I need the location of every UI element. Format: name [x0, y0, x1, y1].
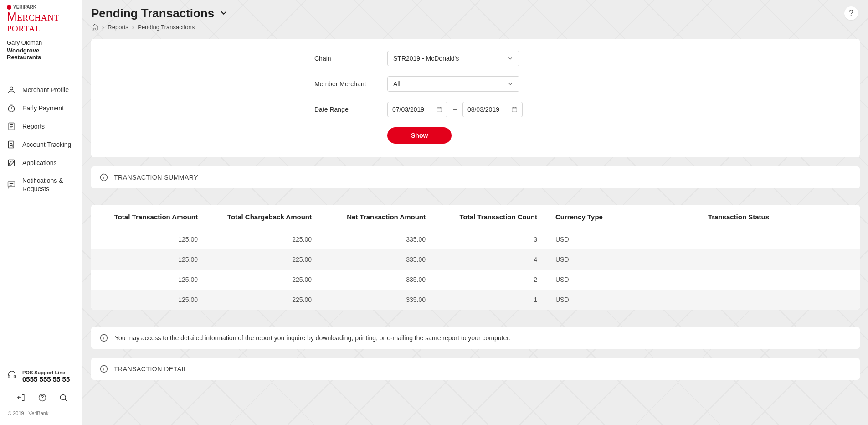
sidebar-item-merchant-profile[interactable]: Merchant Profile: [0, 81, 82, 99]
table-row[interactable]: 125.00225.00335.002USD: [91, 270, 860, 290]
help-icon[interactable]: [38, 393, 47, 402]
info-icon: [99, 364, 108, 373]
member-select[interactable]: All: [387, 76, 519, 92]
date-from-value: 07/03/2019: [392, 106, 424, 113]
stopwatch-icon: [7, 104, 16, 113]
user-icon: [7, 85, 16, 94]
chat-icon: [7, 180, 16, 189]
cell-count: 1: [444, 296, 555, 303]
sidebar-item-account-tracking[interactable]: Account Tracking: [0, 135, 82, 154]
sidebar-item-early-payment[interactable]: Early Payment: [0, 99, 82, 117]
cell-status: [628, 276, 849, 283]
sidebar-item-notifications[interactable]: Notifications & Requests: [0, 172, 82, 197]
headset-icon: [7, 370, 17, 380]
sidebar: VERIPARK MERCHANT PORTAL Gary Oldman Woo…: [0, 0, 82, 425]
info-text: You may access to the detailed informati…: [115, 334, 510, 342]
home-icon[interactable]: [91, 23, 98, 31]
cell-amount: 125.00: [102, 256, 216, 263]
col-currency: Currency Type: [555, 213, 628, 221]
member-value: All: [393, 80, 401, 88]
search-doc-icon: [7, 140, 16, 149]
summary-header: TRANSACTION SUMMARY: [91, 166, 860, 188]
breadcrumb-l1[interactable]: Reports: [108, 24, 128, 31]
sidebar-item-label: Account Tracking: [22, 140, 71, 149]
brand-portal: MERCHANT PORTAL: [7, 10, 75, 34]
svg-rect-12: [512, 108, 517, 112]
sidebar-item-label: Notifications & Requests: [22, 176, 75, 193]
svg-rect-6: [8, 182, 15, 187]
cell-net: 335.00: [330, 236, 444, 243]
cell-currency: USD: [555, 276, 628, 283]
cell-count: 2: [444, 276, 555, 283]
sidebar-item-label: Merchant Profile: [22, 86, 69, 94]
cell-net: 335.00: [330, 276, 444, 283]
page-help-button[interactable]: ?: [844, 6, 858, 20]
sidebar-item-label: Reports: [22, 122, 45, 130]
col-net-amount: Net Transaction Amount: [330, 213, 444, 221]
user-block: Gary Oldman Woodgrove Restaurants: [0, 36, 82, 67]
table-header: Total Transaction Amount Total Chargebac…: [91, 205, 860, 229]
svg-rect-3: [8, 141, 14, 148]
col-total-chargeback: Total Chargeback Amount: [216, 213, 330, 221]
svg-rect-7: [8, 375, 10, 378]
info-icon: [99, 173, 108, 182]
copyright: © 2019 - VeriBank: [7, 410, 75, 416]
cell-net: 335.00: [330, 296, 444, 303]
cell-status: [628, 256, 849, 263]
document-icon: [7, 122, 16, 131]
chevron-down-icon: [507, 55, 514, 62]
breadcrumb-l2: Pending Transactions: [138, 24, 195, 31]
chevron-down-icon: [219, 8, 229, 18]
date-from-input[interactable]: 07/03/2019: [387, 102, 447, 117]
date-separator: –: [453, 105, 457, 114]
title-dropdown[interactable]: [219, 8, 229, 20]
table-row[interactable]: 125.00225.00335.001USD: [91, 290, 860, 310]
search-icon[interactable]: [59, 393, 68, 402]
edit-icon: [7, 158, 16, 167]
sidebar-item-label: Early Payment: [22, 104, 64, 112]
cell-currency: USD: [555, 296, 628, 303]
cell-count: 4: [444, 256, 555, 263]
main: ? Pending Transactions › Reports › Pendi…: [82, 0, 868, 425]
user-name: Gary Oldman: [7, 39, 75, 46]
daterange-label: Date Range: [314, 106, 387, 113]
cell-amount: 125.00: [102, 236, 216, 243]
sidebar-item-reports[interactable]: Reports: [0, 117, 82, 135]
table-row[interactable]: 125.00225.00335.004USD: [91, 249, 860, 270]
info-icon: [99, 333, 108, 342]
cell-chargeback: 225.00: [216, 296, 330, 303]
col-total-amount: Total Transaction Amount: [102, 213, 216, 221]
logout-icon[interactable]: [17, 393, 26, 402]
cell-chargeback: 225.00: [216, 276, 330, 283]
sidebar-item-label: Applications: [22, 159, 57, 167]
logo: VERIPARK MERCHANT PORTAL: [0, 5, 82, 36]
cell-count: 3: [444, 236, 555, 243]
cell-chargeback: 225.00: [216, 236, 330, 243]
cell-status: [628, 296, 849, 303]
col-status: Transaction Status: [628, 213, 849, 221]
summary-title: TRANSACTION SUMMARY: [114, 174, 198, 181]
member-label: Member Merchant: [314, 80, 387, 88]
chevron-down-icon: [507, 81, 514, 87]
chain-value: STR2019 - McDonald's: [393, 55, 459, 62]
support-line: POS Support Line 0555 555 55 55: [7, 370, 75, 383]
support-phone: 0555 555 55 55: [22, 375, 70, 383]
date-to-value: 08/03/2019: [467, 106, 499, 113]
detail-title: TRANSACTION DETAIL: [114, 365, 187, 373]
summary-table: Total Transaction Amount Total Chargebac…: [91, 205, 860, 310]
show-button[interactable]: Show: [387, 127, 452, 144]
cell-net: 335.00: [330, 256, 444, 263]
filter-card: Chain STR2019 - McDonald's Member Mercha…: [91, 39, 860, 157]
date-to-input[interactable]: 08/03/2019: [462, 102, 523, 117]
detail-header: TRANSACTION DETAIL: [91, 358, 860, 380]
cell-currency: USD: [555, 236, 628, 243]
sidebar-item-applications[interactable]: Applications: [0, 154, 82, 172]
cell-currency: USD: [555, 256, 628, 263]
chain-select[interactable]: STR2019 - McDonald's: [387, 51, 519, 66]
brand-small: VERIPARK: [13, 5, 36, 10]
info-bar: You may access to the detailed informati…: [91, 327, 860, 349]
breadcrumb: › Reports › Pending Transactions: [91, 23, 860, 31]
table-row[interactable]: 125.00225.00335.003USD: [91, 229, 860, 249]
support-label: POS Support Line: [22, 370, 70, 375]
cell-chargeback: 225.00: [216, 256, 330, 263]
